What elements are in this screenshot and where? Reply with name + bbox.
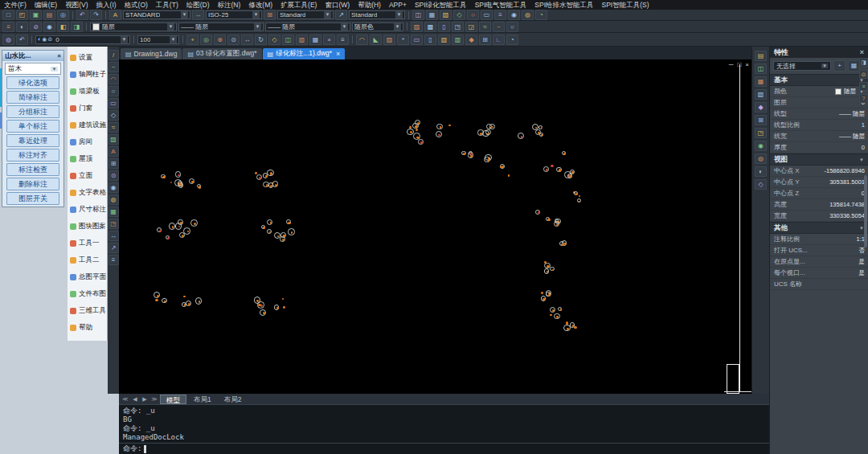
screen-menu-item[interactable]: 三维工具 — [68, 302, 107, 319]
block-icon[interactable]: ◇ — [453, 10, 465, 20]
menu-item[interactable]: 工具(T) — [152, 0, 182, 10]
print-icon[interactable]: ▤ — [43, 10, 55, 20]
table-style-combo[interactable]: Standard▼ — [277, 10, 334, 19]
plot-preview-icon[interactable]: ◎ — [57, 10, 69, 20]
designcenter-icon[interactable]: ◫ — [755, 63, 767, 74]
property-row[interactable]: 中心点 X-1586820.8946 — [770, 166, 868, 177]
layer-isolate-icon[interactable]: ◧ — [57, 22, 69, 32]
screen-menu-item[interactable]: 帮助 — [68, 319, 107, 336]
visual-styles-icon[interactable]: ◇ — [755, 179, 767, 190]
screen-menu-item[interactable]: 设置 — [68, 49, 107, 66]
plot-style-combo[interactable]: 随层色▼ — [352, 22, 403, 31]
prev-tab-icon[interactable]: ◀ — [131, 396, 139, 403]
menu-item[interactable]: 格式(O) — [121, 0, 152, 10]
gradient-icon[interactable]: ▩ — [424, 22, 436, 32]
stretch-icon[interactable]: ▧ — [438, 35, 450, 45]
scale-icon[interactable]: ◇ — [268, 35, 280, 45]
match-properties-icon[interactable]: ▧ — [440, 10, 452, 20]
layer-properties-icon[interactable]: ≡ — [2, 22, 14, 32]
property-row[interactable]: 打开 UCS...否 — [770, 245, 868, 256]
property-row[interactable]: 每个视口...是 — [770, 268, 868, 279]
linetype-combo[interactable]: —— 随层▼ — [178, 22, 264, 31]
calculator-icon[interactable]: ⊞ — [755, 115, 767, 125]
property-row[interactable]: 在原点显...是 — [770, 256, 868, 268]
xline-tool-icon[interactable]: ↔ — [108, 231, 119, 241]
zoom-window-icon[interactable]: ◎ — [200, 35, 212, 45]
layer-states-icon[interactable]: ◍ — [2, 35, 14, 45]
screen-menu-item[interactable]: 建筑设施 — [68, 117, 107, 133]
ellipse-icon[interactable]: ○ — [506, 22, 518, 32]
pin-panel-icon[interactable]: ⊙ — [859, 70, 868, 79]
menu-item[interactable]: 标注(N) — [214, 0, 245, 10]
next-tab-icon[interactable]: ▶ — [141, 396, 149, 403]
offset-icon[interactable]: ▥ — [296, 35, 308, 45]
copy-icon[interactable]: ◫ — [412, 10, 424, 20]
layer-on-icon[interactable]: ◐ — [16, 22, 28, 32]
palette-button[interactable]: 单个标注 — [6, 120, 59, 133]
menu-item[interactable]: 插入(I) — [92, 0, 121, 10]
mleader-style-combo[interactable]: Standard▼ — [349, 10, 405, 19]
property-row[interactable]: 高度135814.7438 — [770, 199, 868, 211]
menu-item[interactable]: SPI电气智能工具 — [471, 0, 531, 10]
selection-combo[interactable]: 无选择 ▼ — [773, 61, 831, 71]
table-tool-icon[interactable]: ▦ — [108, 207, 119, 217]
screen-menu-item[interactable]: 门窗 — [68, 100, 107, 117]
menu-item[interactable]: 扩展工具(E) — [276, 0, 321, 10]
dim-style-combo[interactable]: ISO-25▼ — [206, 10, 262, 19]
properties-section-header[interactable]: 视图▼ — [770, 153, 868, 166]
screen-menu-item[interactable]: 文件布图 — [68, 285, 107, 302]
regen-icon[interactable]: ⊙ — [227, 35, 240, 45]
menu-item[interactable]: APP+ — [385, 0, 411, 10]
menu-item[interactable]: 绘图(D) — [182, 0, 214, 10]
palette-button[interactable]: 标注对齐 — [6, 149, 59, 162]
erase-icon[interactable]: ▨ — [383, 35, 395, 45]
region-tool-icon[interactable]: ◳ — [108, 219, 119, 229]
text-tool-icon[interactable]: A — [108, 146, 119, 157]
screen-menu-item[interactable]: 立面 — [68, 167, 107, 184]
boundary-icon[interactable]: ▯ — [438, 22, 450, 32]
lineweight-combo[interactable]: —— 随层▼ — [265, 22, 350, 31]
trim-icon[interactable]: × — [323, 35, 335, 45]
menu-item[interactable]: 窗口(W) — [321, 0, 354, 10]
close-icon[interactable]: × — [336, 50, 340, 58]
undo-icon[interactable]: ↶ — [76, 10, 88, 20]
ortho-icon[interactable]: ∟ — [493, 35, 505, 45]
tool-palettes-icon[interactable]: ▦ — [755, 76, 767, 87]
first-tab-icon[interactable]: ≪ — [121, 396, 129, 403]
text-style-combo[interactable]: STANDARD▼ — [123, 10, 190, 19]
property-row[interactable]: 中心点 Z0 — [770, 188, 868, 199]
explode-icon[interactable]: * — [397, 35, 409, 45]
spline-icon[interactable]: ~ — [493, 22, 505, 32]
move-icon[interactable]: ↔ — [241, 35, 253, 45]
palette-button[interactable]: 删除标注 — [6, 178, 59, 190]
command-window[interactable]: 命令: _uBG命令: _uManagedDocLock 命令: — [119, 404, 769, 454]
circle-tool-icon[interactable]: ○ — [108, 86, 119, 96]
properties-title-bar[interactable]: 特性 × — [770, 47, 868, 58]
palette-title-bar[interactable]: 山水比... × — [2, 51, 63, 61]
dim-style-icon[interactable]: ↔ — [192, 10, 204, 20]
render-icon[interactable]: ◉ — [755, 141, 767, 151]
join-icon[interactable]: ▭ — [411, 35, 423, 45]
text-style-icon[interactable]: A — [109, 10, 121, 20]
mline-tool-icon[interactable]: ≡ — [108, 255, 119, 265]
toggle-pickadd-icon[interactable]: + — [833, 60, 845, 72]
menu-item[interactable]: 编辑(E) — [31, 0, 61, 10]
drawing-canvas[interactable]: ─ □ × — [119, 59, 751, 394]
polygon-tool-icon[interactable]: ◇ — [108, 110, 119, 121]
hatch-tool-icon[interactable]: ▨ — [108, 134, 119, 145]
property-row[interactable]: 中心点 Y305381.5001 — [770, 177, 868, 188]
new-file-icon[interactable]: □ — [2, 10, 14, 20]
layout-tab[interactable]: 布局2 — [219, 395, 248, 404]
dock-right-icon[interactable]: ◨ — [859, 58, 868, 67]
list-icon[interactable]: ≡ — [494, 10, 506, 20]
screen-menu-item[interactable]: 总图平面 — [68, 268, 107, 285]
close-icon[interactable]: × — [745, 62, 749, 68]
screen-menu-item[interactable]: 墙梁板 — [68, 83, 107, 100]
hatch-icon[interactable]: ▨ — [411, 22, 423, 32]
chamfer-icon[interactable]: ◣ — [370, 35, 382, 45]
menu-item[interactable]: 修改(M) — [244, 0, 276, 10]
command-prompt[interactable]: 命令: — [119, 443, 769, 454]
donut-tool-icon[interactable]: ◉ — [108, 182, 119, 193]
paste-icon[interactable]: ▦ — [426, 10, 438, 20]
polyline-tool-icon[interactable]: ~ — [108, 62, 119, 72]
